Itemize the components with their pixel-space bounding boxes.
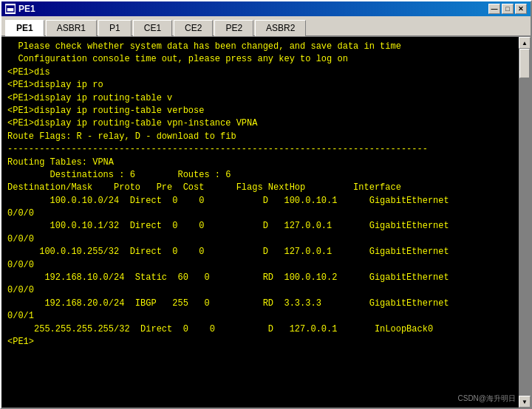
watermark: CSDN@海升明日 [458,393,516,404]
terminal-line: 0/0/0 [7,233,525,246]
terminal-line: Routing Tables: VPNA [7,157,525,169]
restore-button[interactable]: □ [502,4,514,14]
scroll-track[interactable] [519,49,531,396]
tab-pe2[interactable]: PE2 [214,20,253,36]
tab-bar: PE1ASBR1P1CE1CE2PE2ASBR2 [1,16,531,37]
terminal-line: 192.168.10.0/24 Static 60 0 RD 100.0.10.… [7,272,525,284]
scrollbar[interactable]: ▲ ▼ [519,37,531,408]
terminal-line: <PE1> [7,336,525,348]
terminal-line: 255.255.255.255/32 Direct 0 0 D 127.0.0.… [7,323,525,336]
terminal-line: Route Flags: R - relay, D - download to … [7,131,525,143]
scroll-thumb[interactable] [519,49,530,78]
terminal-line: <PE1>display ip routing-table verbose [7,105,525,117]
scroll-up-button[interactable]: ▲ [519,37,531,49]
svg-rect-1 [7,6,14,8]
terminal-line: 100.0.10.255/32 Direct 0 0 D 127.0.0.1 G… [7,246,525,258]
scroll-down-button[interactable]: ▼ [519,396,531,408]
window-title: PE1 [18,4,35,14]
tab-pe1[interactable]: PE1 [5,20,44,36]
tab-ce1[interactable]: CE1 [133,20,172,36]
window: PE1 — □ ✕ PE1ASBR1P1CE1CE2PE2ASBR2 Pleas… [0,0,532,409]
terminal-line: <PE1>display ip routing-table vpn-instan… [7,117,525,130]
content-area: Please check whether system data has bee… [1,37,531,408]
terminal-line: <PE1>dis [7,66,525,79]
terminal-line: <PE1>display ip routing-table v [7,92,525,105]
tab-p1[interactable]: P1 [98,20,132,36]
terminal-line: Please check whether system data has bee… [7,41,525,53]
terminal-line: 0/0/1 [7,310,525,323]
close-button[interactable]: ✕ [515,4,527,14]
terminal-line: Destination/Mask Proto Pre Cost Flags Ne… [7,182,525,194]
minimize-button[interactable]: — [488,4,500,14]
terminal-line: ----------------------------------------… [7,143,525,156]
window-icon [5,4,16,14]
terminal-line: 0/0/0 [7,259,525,272]
terminal[interactable]: Please check whether system data has bee… [1,37,531,408]
terminal-line: Destinations : 6 Routes : 6 [7,169,525,182]
tab-ce2[interactable]: CE2 [174,20,213,36]
terminal-line: 0/0/0 [7,284,525,297]
tab-asbr2[interactable]: ASBR2 [255,20,306,36]
window-controls: — □ ✕ [488,4,527,14]
terminal-line: 0/0/0 [7,207,525,220]
terminal-line: 100.0.10.0/24 Direct 0 0 D 100.0.10.1 Gi… [7,195,525,207]
terminal-line: 100.0.10.1/32 Direct 0 0 D 127.0.0.1 Gig… [7,220,525,233]
tab-asbr1[interactable]: ASBR1 [46,20,97,36]
terminal-line: Configuration console time out, please p… [7,53,525,66]
terminal-line: <PE1>display ip ro [7,79,525,92]
title-bar: PE1 — □ ✕ [1,1,531,16]
terminal-line: 192.168.20.0/24 IBGP 255 0 RD 3.3.3.3 Gi… [7,298,525,310]
